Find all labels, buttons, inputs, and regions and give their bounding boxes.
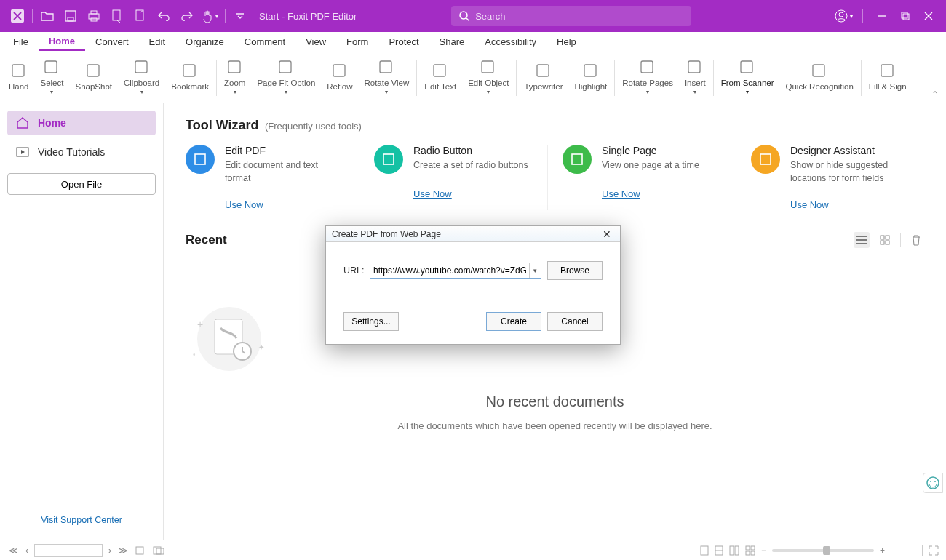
last-page-icon[interactable]: ≫	[117, 545, 130, 556]
zoom-value-input[interactable]	[891, 545, 923, 556]
browse-button[interactable]: Browse	[547, 261, 603, 280]
url-label: URL:	[343, 265, 370, 276]
create-button[interactable]: Create	[486, 312, 541, 331]
next-page-icon[interactable]: ›	[107, 545, 113, 556]
url-dropdown-icon[interactable]: ▾	[529, 263, 541, 278]
nav-back-icon[interactable]	[134, 546, 147, 555]
view-mode-4-icon[interactable]	[745, 545, 755, 556]
svg-rect-58	[751, 546, 755, 550]
svg-rect-57	[746, 546, 750, 550]
view-mode-2-icon[interactable]	[715, 545, 723, 556]
page-number-input[interactable]	[34, 544, 103, 557]
prev-page-icon[interactable]: ‹	[24, 545, 30, 556]
svg-rect-60	[751, 551, 755, 555]
svg-rect-59	[746, 551, 750, 555]
dialog-title: Create PDF from Web Page	[332, 229, 441, 239]
view-mode-3-icon[interactable]	[729, 545, 739, 556]
url-input-wrap[interactable]: ▾	[370, 263, 541, 279]
status-bar: ≪ ‹ › ≫ − +	[0, 540, 946, 560]
svg-rect-49	[136, 547, 143, 554]
nav-fwd-icon[interactable]	[151, 546, 166, 555]
cancel-button[interactable]: Cancel	[547, 312, 603, 331]
dialog-close-icon[interactable]: ✕	[600, 228, 614, 240]
zoom-in-icon[interactable]: +	[880, 545, 885, 556]
url-input[interactable]	[370, 265, 529, 276]
zoom-slider[interactable]	[772, 549, 874, 552]
svg-rect-55	[730, 546, 734, 555]
dialog-overlay: Create PDF from Web Page ✕ URL: ▾ Browse…	[0, 0, 946, 560]
create-pdf-dialog: Create PDF from Web Page ✕ URL: ▾ Browse…	[325, 225, 621, 345]
fullscreen-icon[interactable]	[929, 545, 939, 556]
svg-rect-52	[701, 546, 708, 555]
view-mode-1-icon[interactable]	[700, 545, 709, 556]
first-page-icon[interactable]: ≪	[7, 545, 20, 556]
zoom-out-icon[interactable]: −	[761, 545, 766, 556]
svg-rect-51	[156, 548, 164, 554]
settings-button[interactable]: Settings...	[343, 312, 399, 331]
svg-rect-56	[735, 546, 739, 555]
